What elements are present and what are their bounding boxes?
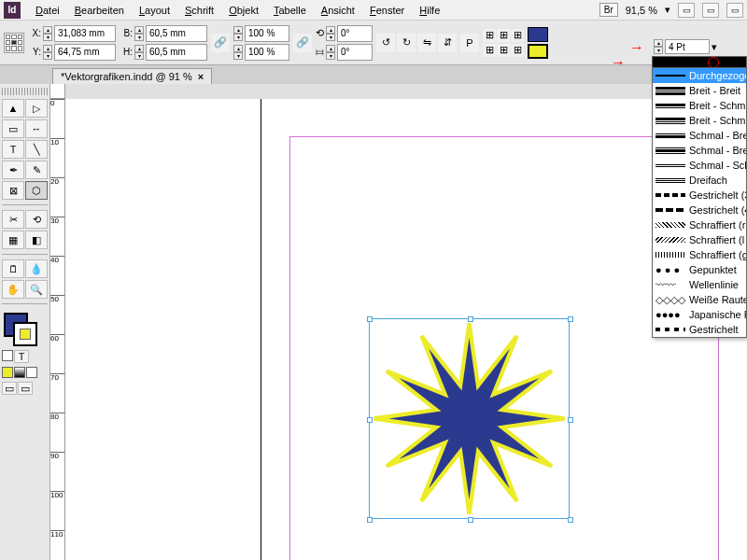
flip-v-icon[interactable]: ⇵ — [438, 34, 457, 52]
normal-view-icon[interactable]: ▭ — [2, 382, 17, 395]
canvas[interactable] — [65, 99, 747, 560]
stroke-style-option[interactable]: Breit - Schm — [653, 113, 746, 128]
type-tool[interactable]: T — [2, 140, 24, 159]
polygon-tool[interactable]: ⬡ — [25, 181, 48, 200]
rotate-ccw-icon[interactable]: ↺ — [376, 34, 395, 52]
stroke-style-option[interactable]: Breit - Schm — [653, 98, 746, 113]
stroke-style-option[interactable]: Gestrichelt (3 — [653, 188, 746, 203]
color-swatches[interactable] — [2, 313, 48, 346]
stroke-style-option[interactable]: Durchgezoge — [653, 68, 746, 83]
selection-handle[interactable] — [468, 316, 473, 322]
menu-bearbeiten[interactable]: Bearbeiten — [67, 2, 132, 19]
format-text-icon[interactable]: T — [14, 350, 29, 363]
scissors-tool[interactable]: ✂ — [2, 210, 24, 229]
stroke-style-option[interactable]: Gestrichelt (4 — [653, 203, 746, 217]
menu-objekt[interactable]: Objekt — [221, 2, 266, 19]
stroke-style-option[interactable]: Schraffiert (l — [653, 232, 746, 247]
gap-tool[interactable]: ↔ — [25, 119, 48, 138]
selection-handle[interactable] — [367, 316, 373, 322]
selection-handle[interactable] — [468, 517, 473, 523]
line-tool[interactable]: ╲ — [25, 140, 48, 159]
bridge-button[interactable]: Br — [599, 3, 618, 17]
view-options-icon[interactable]: ▭ — [678, 3, 695, 18]
selection-handle[interactable] — [568, 517, 573, 523]
frame-tool[interactable]: ⊠ — [2, 181, 24, 200]
menu-schrift[interactable]: Schrift — [177, 2, 221, 19]
hand-tool[interactable]: ✋ — [2, 280, 24, 299]
menu-datei[interactable]: Datei — [28, 2, 67, 19]
x-input[interactable] — [54, 25, 116, 42]
pen-tool[interactable]: ✒ — [2, 161, 24, 179]
constrain-icon[interactable]: 🔗 — [211, 34, 230, 52]
stroke-style-option[interactable]: ● ● ●Gepunktet — [653, 262, 746, 277]
tab-title: *Vektorgrafiken.indd @ 91 % — [61, 71, 192, 82]
pencil-tool[interactable]: ✎ — [25, 161, 48, 179]
stroke-style-option[interactable]: Schmal - Bre — [653, 143, 746, 158]
stroke-style-option[interactable]: ◇◇◇◇Weiße Raute — [653, 292, 746, 307]
menu-bar: Id DateiBearbeitenLayoutSchriftObjektTab… — [0, 0, 747, 21]
height-input[interactable] — [146, 44, 207, 61]
stroke-style-option[interactable]: Schraffiert (g — [653, 247, 746, 262]
stroke-style-option[interactable]: Gestrichelt — [653, 322, 746, 337]
stroke-style-option[interactable]: Breit - Breit — [653, 83, 746, 98]
annotation-arrow: → — [629, 39, 644, 56]
width-input[interactable] — [146, 25, 207, 42]
vertical-ruler[interactable]: 0102030405060708090100110120 — [50, 99, 65, 560]
gradient-swatch-tool[interactable]: ▦ — [2, 231, 24, 249]
select-container-icon[interactable]: P — [460, 34, 479, 52]
stroke-style-option[interactable]: ●●●●Japanische P — [653, 307, 746, 322]
app-logo: Id — [4, 2, 21, 19]
tools-panel: ▲▷ ▭↔ T╲ ✒✎ ⊠⬡ ✂⟲ ▦◧ 🗒💧 ✋🔍 T ▭▭ — [0, 84, 50, 560]
stroke-style-option[interactable]: Schmal - Sch — [653, 158, 746, 173]
shear-input[interactable] — [337, 44, 373, 61]
fill-swatch[interactable] — [528, 27, 548, 42]
selection-tool[interactable]: ▲ — [2, 99, 24, 118]
menu-layout[interactable]: Layout — [132, 2, 177, 19]
selection-handle[interactable] — [568, 417, 573, 423]
selection-handle[interactable] — [367, 417, 373, 423]
stroke-style-option[interactable]: 〰〰Wellenlinie — [653, 277, 746, 292]
document-tabs: *Vektorgrafiken.indd @ 91 % × — [0, 65, 747, 84]
eyedropper-tool[interactable]: 💧 — [25, 259, 48, 278]
selection-bounds — [369, 318, 570, 519]
gradient-feather-tool[interactable]: ◧ — [25, 231, 48, 249]
scale-x-input[interactable] — [245, 25, 289, 42]
rotate-cw-icon[interactable]: ↻ — [397, 34, 416, 52]
y-input[interactable] — [54, 44, 116, 61]
rotate-input[interactable] — [337, 25, 373, 42]
stroke-style-option[interactable]: Schmal - Bre — [653, 128, 746, 143]
selection-handle[interactable] — [568, 316, 573, 322]
close-tab-icon[interactable]: × — [198, 71, 204, 82]
zoom-tool[interactable]: 🔍 — [25, 280, 48, 299]
scale-y-input[interactable] — [245, 44, 289, 61]
stroke-style-option[interactable]: Dreifach — [653, 173, 746, 188]
flip-h-icon[interactable]: ⇋ — [417, 34, 436, 52]
menu-ansicht[interactable]: Ansicht — [314, 2, 362, 19]
selection-handle[interactable] — [367, 517, 373, 523]
stroke-style-dropdown[interactable]: DurchgezogeBreit - BreitBreit - SchmBrei… — [652, 67, 747, 338]
page-tool[interactable]: ▭ — [2, 119, 24, 138]
preview-icon[interactable]: ▭ — [18, 382, 33, 395]
menu-tabelle[interactable]: Tabelle — [266, 2, 314, 19]
transform-tool[interactable]: ⟲ — [25, 210, 48, 229]
arrange-icon[interactable]: ▭ — [726, 3, 743, 18]
constrain-scale-icon[interactable]: 🔗 — [293, 34, 312, 52]
dropdown-icon[interactable]: ▾ — [665, 4, 670, 16]
stroke-style-option[interactable]: Schraffiert (r — [653, 217, 746, 232]
note-tool[interactable]: 🗒 — [2, 259, 24, 278]
dropdown-icon[interactable]: ▾ — [712, 41, 717, 53]
document-tab[interactable]: *Vektorgrafiken.indd @ 91 % × — [52, 68, 212, 84]
annotation-arrow: → — [611, 54, 626, 71]
direct-selection-tool[interactable]: ▷ — [25, 99, 48, 118]
reference-point[interactable] — [4, 33, 24, 53]
zoom-level[interactable]: 91,5 % — [626, 5, 657, 16]
ruler-origin[interactable] — [50, 84, 65, 99]
stroke-weight-input[interactable] — [665, 39, 710, 54]
screen-mode-icon[interactable]: ▭ — [702, 3, 719, 18]
menu-fenster[interactable]: Fenster — [362, 2, 412, 19]
stroke-swatch[interactable] — [528, 44, 548, 59]
menu-hilfe[interactable]: Hilfe — [412, 2, 447, 19]
align-icon[interactable]: ⊞ — [483, 29, 496, 42]
